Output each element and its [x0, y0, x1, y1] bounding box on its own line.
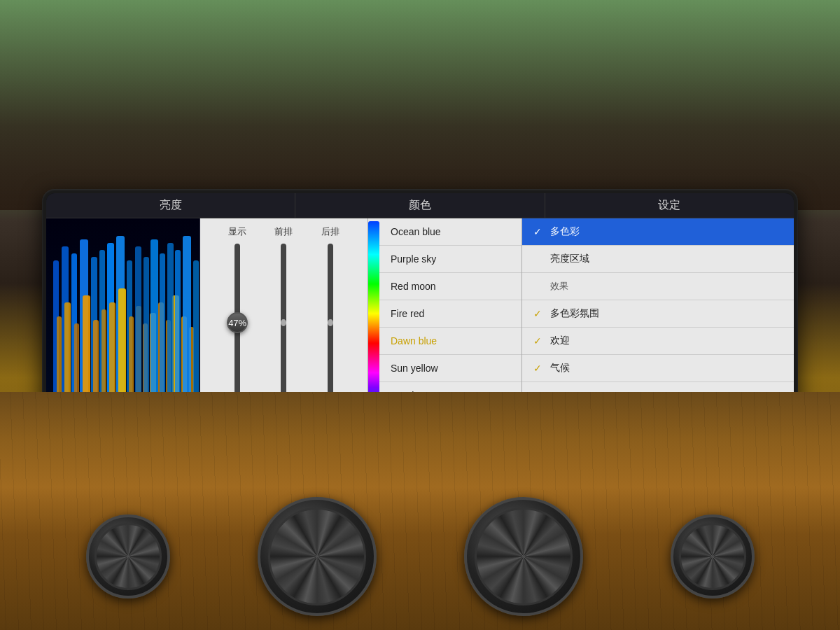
settings-welcome[interactable]: ✓ 欢迎: [522, 328, 794, 355]
svg-rect-13: [83, 295, 90, 406]
header-color: 颜色: [295, 193, 545, 218]
climate-check-icon: ✓: [533, 363, 545, 374]
svg-rect-11: [64, 302, 71, 406]
color-item-purple-sky[interactable]: Purple sky: [379, 246, 522, 273]
settings-effect-header: 效果: [522, 273, 794, 300]
color-item-sun-yellow[interactable]: Sun yellow: [379, 355, 522, 382]
svg-rect-32: [175, 250, 181, 406]
svg-rect-16: [109, 302, 115, 406]
vents-row: [0, 497, 840, 616]
brightness-panel: 显示 前排 后排 47%: [200, 218, 368, 409]
header-settings: 设定: [545, 193, 794, 218]
vent-center-left: [258, 497, 377, 616]
vent-center-right-inner: [475, 507, 573, 606]
ambient-svg: [46, 218, 200, 406]
effect-header-label: 效果: [550, 280, 568, 293]
dashboard-top: [0, 0, 840, 210]
multicolor-ambient-check-icon: ✓: [533, 308, 545, 319]
front-slider-wrapper[interactable]: [266, 244, 301, 402]
screen-header: 亮度 颜色 设定: [46, 193, 794, 218]
rear-slider-dot: [328, 319, 333, 326]
svg-rect-29: [150, 239, 158, 406]
display-label: 显示: [220, 225, 255, 238]
display-slider-track[interactable]: 47%: [234, 244, 240, 402]
multicolor-check-icon: ✓: [533, 226, 545, 237]
vent-right: [671, 514, 755, 598]
color-items: Ocean blue Purple sky Red moon Fire red: [379, 218, 522, 409]
color-item-red-moon[interactable]: Red moon: [379, 273, 522, 300]
display-slider-thumb[interactable]: 47%: [227, 312, 248, 333]
settings-multicolor-ambient[interactable]: ✓ 多色彩氛围: [522, 300, 794, 328]
svg-rect-27: [135, 246, 141, 406]
color-gradient-strip: [368, 221, 379, 406]
svg-rect-17: [118, 288, 126, 406]
front-slider-dot: [281, 319, 286, 326]
wood-dashboard: [0, 392, 840, 630]
settings-multicolor[interactable]: ✓ 多色彩: [522, 218, 794, 246]
svg-rect-28: [144, 257, 149, 406]
climate-label: 气候: [550, 362, 570, 374]
svg-rect-34: [193, 260, 199, 406]
rear-label: 后排: [313, 225, 348, 238]
color-list: Ocean blue Purple sky Red moon Fire red: [368, 218, 522, 409]
vent-left: [86, 514, 170, 598]
car-background: 亮度 颜色 设定: [0, 0, 840, 630]
color-item-dawn-blue[interactable]: Dawn blue: [379, 328, 522, 355]
rear-slider-wrapper[interactable]: [313, 244, 348, 402]
brightness-zone-label: 亮度区域: [550, 253, 589, 265]
infotainment-screen: 亮度 颜色 设定: [46, 193, 794, 409]
front-label: 前排: [266, 225, 301, 238]
settings-climate[interactable]: ✓ 气候: [522, 355, 794, 382]
vent-center-left-inner: [268, 507, 366, 606]
screen-content: 显示 前排 后排 47%: [46, 218, 794, 409]
header-brightness: 亮度: [46, 193, 295, 218]
welcome-check-icon: ✓: [533, 335, 545, 346]
ambient-visual: [46, 218, 200, 409]
vent-right-inner: [679, 523, 746, 590]
slider-labels: 显示 前排 后排: [200, 225, 368, 238]
color-item-ocean-blue[interactable]: Ocean blue: [379, 218, 522, 246]
ambient-light-panel: [46, 218, 200, 409]
welcome-label: 欢迎: [550, 335, 570, 347]
display-slider-wrapper[interactable]: 47%: [220, 244, 255, 402]
color-panel: Ocean blue Purple sky Red moon Fire red: [368, 218, 522, 409]
color-item-fire-red[interactable]: Fire red: [379, 300, 522, 328]
sliders-container: 47%: [200, 244, 368, 402]
svg-rect-33: [183, 236, 191, 406]
vent-left-inner: [94, 523, 162, 590]
screen-bezel: 亮度 颜色 设定: [42, 189, 798, 413]
multicolor-ambient-label: 多色彩氛围: [550, 307, 599, 320]
settings-panel: ✓ 多色彩 亮度区域 效果 ✓: [522, 218, 794, 409]
settings-brightness-zone[interactable]: 亮度区域: [522, 246, 794, 273]
front-slider-track[interactable]: [281, 244, 286, 402]
vent-center-right: [464, 497, 583, 616]
rear-slider-track[interactable]: [328, 244, 333, 402]
svg-rect-31: [167, 243, 174, 406]
svg-rect-30: [160, 253, 165, 406]
multicolor-label: 多色彩: [550, 225, 580, 238]
